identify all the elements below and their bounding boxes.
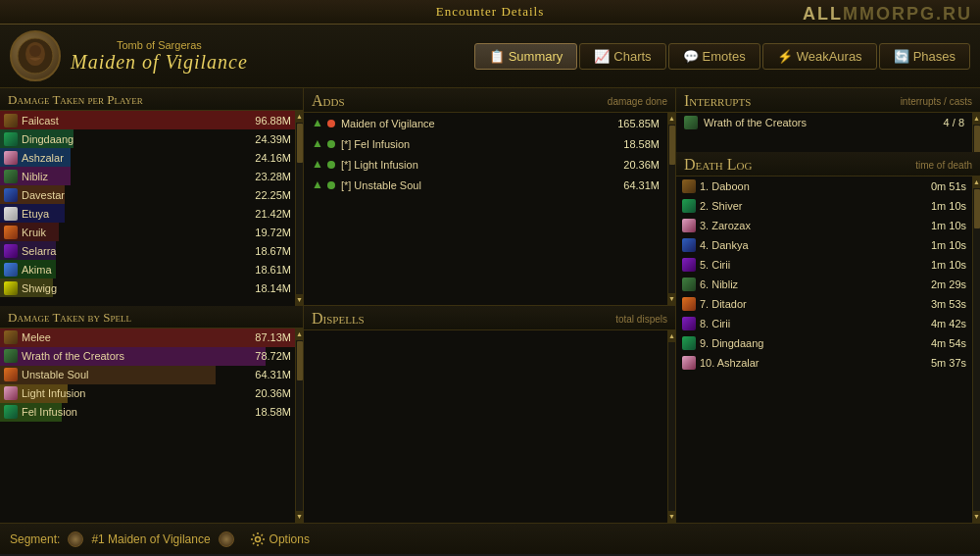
table-row[interactable]: Ashzalar 24.16M [0, 148, 295, 167]
table-row[interactable]: Selarra 18.67M [0, 241, 295, 260]
table-row[interactable]: Akima 18.61M [0, 260, 295, 278]
scroll-up-arrow4[interactable]: ▲ [668, 330, 676, 342]
scroll-down-arrow2[interactable]: ▼ [296, 511, 304, 523]
adds-title: Adds [312, 92, 345, 110]
list-item[interactable]: 1. Daboon 0m 51s [676, 177, 972, 196]
emotes-icon: 💬 [683, 49, 699, 64]
player-name: Ashzalar [22, 152, 255, 164]
dispells-scrollbar[interactable]: ▲ ▼ [667, 330, 675, 523]
dispells-list-container: ▲ ▼ [304, 330, 675, 523]
phases-icon: 🔄 [894, 49, 909, 64]
damage-value: 18.67M [255, 245, 291, 257]
charts-icon: 📈 [594, 49, 610, 64]
tab-weakauras[interactable]: ⚡ WeakAuras [762, 43, 877, 70]
player-name: Akima [22, 264, 255, 276]
dispells-section: Dispells total dispels ▲ ▼ [304, 306, 675, 523]
table-row[interactable]: Nibliz 23.28M [0, 167, 295, 185]
interrupts-scrollbar[interactable]: ▲ ▼ [972, 113, 980, 152]
add-name: [*] Light Infusion [341, 159, 623, 171]
spell-name: Unstable Soul [22, 369, 255, 380]
damage-player-scrollbar[interactable]: ▲ ▼ [295, 111, 303, 306]
list-item[interactable]: 3. Zarozax 1m 10s [676, 216, 972, 235]
scroll-down-arrow4[interactable]: ▼ [668, 511, 676, 523]
player-name: Kruik [22, 227, 255, 238]
list-item[interactable]: ▲ [*] Unstable Soul 64.31M [304, 175, 667, 195]
scroll-up-arrow[interactable]: ▲ [296, 111, 304, 123]
table-row[interactable]: Wrath of the Creators 78.72M [0, 347, 295, 366]
list-item[interactable]: 2. Shiver 1m 10s [676, 196, 972, 216]
table-row[interactable]: Etuya 21.42M [0, 204, 295, 223]
tab-charts[interactable]: 📈 Charts [579, 43, 665, 70]
weakauras-icon: ⚡ [777, 49, 793, 64]
death-log-list: 1. Daboon 0m 51s 2. Shiver 1m 10s 3. Zar… [676, 177, 972, 523]
adds-scrollbar[interactable]: ▲ ▼ [667, 113, 675, 305]
death-icon [682, 238, 696, 252]
spell-icon [4, 368, 18, 381]
scroll-track [296, 123, 303, 294]
table-row[interactable]: Dingdaang 24.39M [0, 129, 295, 148]
tab-emotes[interactable]: 💬 Emotes [668, 43, 760, 70]
watermark: ALLMMORPG.RU [803, 4, 972, 25]
list-item[interactable]: ▲ [*] Light Infusion 20.36M [304, 154, 667, 175]
table-row[interactable]: Light Infusion 20.36M [0, 384, 295, 403]
death-time: 0m 51s [931, 180, 966, 192]
segment-icon2 [219, 531, 234, 547]
segment-name: #1 Maiden of Vigilance [91, 532, 210, 546]
death-log-list-container: 1. Daboon 0m 51s 2. Shiver 1m 10s 3. Zar… [676, 177, 980, 523]
spell-value: 78.72M [255, 350, 291, 362]
table-row[interactable]: Unstable Soul 64.31M [0, 366, 295, 384]
scroll-thumb5 [974, 126, 980, 152]
adds-list: ▲ Maiden of Vigilance 165.85M ▲ [*] Fel … [304, 113, 667, 305]
table-row[interactable]: Failcast 96.88M [0, 111, 295, 129]
table-row[interactable]: Kruik 19.72M [0, 223, 295, 241]
tab-weakauras-label: WeakAuras [797, 49, 862, 64]
class-icon [4, 132, 18, 146]
options-label: Options [270, 532, 310, 546]
death-icon [682, 179, 696, 193]
damage-spell-scrollbar[interactable]: ▲ ▼ [295, 329, 303, 524]
table-row[interactable]: Melee 87.13M [0, 329, 295, 347]
list-item[interactable]: 9. Dingdaang 4m 54s [676, 333, 972, 353]
death-time: 3m 53s [931, 298, 966, 310]
list-item[interactable]: 4. Dankya 1m 10s [676, 235, 972, 255]
tab-summary[interactable]: 📋 Summary [474, 43, 578, 70]
options-button[interactable]: Options [250, 531, 310, 547]
scroll-up-arrow2[interactable]: ▲ [296, 329, 304, 340]
list-item[interactable]: Wrath of the Creators 4 / 8 [676, 113, 972, 132]
scroll-up-arrow3[interactable]: ▲ [668, 113, 676, 125]
list-item[interactable]: 8. Cirii 4m 42s [676, 314, 972, 333]
table-row[interactable]: Fel Infusion 18.58M [0, 403, 295, 422]
tab-summary-label: Summary [509, 49, 564, 64]
list-item[interactable]: 7. Ditador 3m 53s [676, 294, 972, 314]
list-item[interactable]: 6. Nibliz 2m 29s [676, 275, 972, 294]
death-log-header: Death Log time of death [676, 152, 980, 177]
damage-player-list: Failcast 96.88M Dingdaang 24.39M Ashzala… [0, 111, 295, 306]
list-item[interactable]: 5. Cirii 1m 10s [676, 255, 972, 275]
scroll-up-arrow5[interactable]: ▲ [973, 113, 981, 125]
dot-indicator [327, 140, 335, 148]
list-item[interactable]: ▲ Maiden of Vigilance 165.85M [304, 113, 667, 133]
main-content: Damage Taken per Player Failcast 96.88M … [0, 88, 980, 523]
class-icon [4, 170, 18, 183]
add-value: 64.31M [623, 179, 660, 191]
list-item[interactable]: 10. Ashzalar 5m 37s [676, 353, 972, 373]
death-icon [682, 356, 696, 370]
scroll-down-arrow[interactable]: ▼ [296, 294, 304, 306]
table-row[interactable]: Shwigg 18.14M [0, 278, 295, 297]
list-item[interactable]: ▲ [*] Fel Infusion 18.58M [304, 133, 667, 154]
scroll-down-arrow3[interactable]: ▼ [668, 293, 676, 305]
gear-icon [250, 531, 266, 547]
death-name: 4. Dankya [700, 239, 931, 251]
tab-phases[interactable]: 🔄 Phases [879, 43, 970, 70]
player-name: Dingdaang [22, 133, 255, 145]
tab-phases-label: Phases [913, 49, 956, 64]
death-log-scrollbar[interactable]: ▲ ▼ [972, 177, 980, 523]
add-value: 165.85M [617, 118, 660, 129]
table-row[interactable]: Davestar 22.25M [0, 185, 295, 204]
death-time: 4m 42s [931, 318, 966, 329]
add-value: 20.36M [623, 159, 660, 171]
scroll-up-arrow6[interactable]: ▲ [973, 177, 981, 188]
damage-value: 22.25M [255, 189, 291, 201]
spell-value: 20.36M [255, 387, 291, 399]
scroll-down-arrow6[interactable]: ▼ [973, 511, 981, 523]
